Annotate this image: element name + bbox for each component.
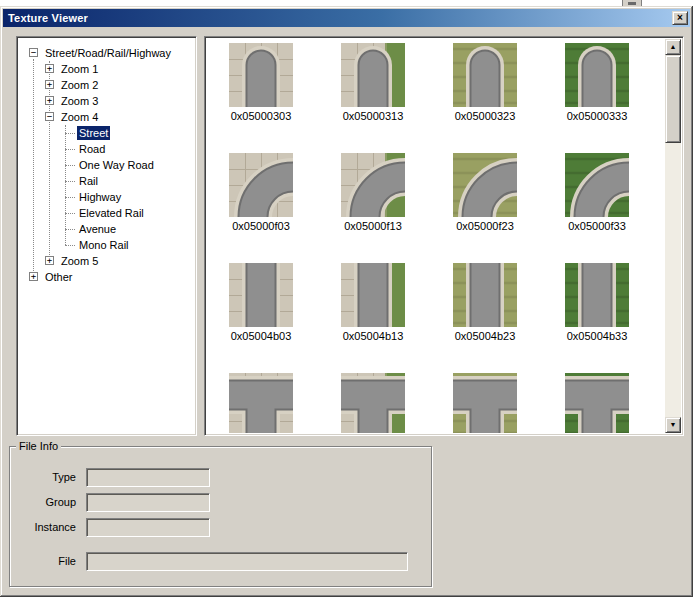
texture-image: [229, 373, 293, 433]
tree-item-label[interactable]: Highway: [77, 190, 123, 204]
texture-tile[interactable]: 0x05004b03: [216, 263, 306, 342]
tree-item-avenue[interactable]: Avenue: [19, 221, 194, 237]
tree-item-label[interactable]: Road: [77, 142, 107, 156]
tree-connector: [65, 197, 75, 198]
texture-tile[interactable]: [328, 373, 418, 433]
expand-icon[interactable]: +: [29, 272, 38, 281]
title-bar[interactable]: Texture Viewer ×: [3, 9, 690, 27]
tree-item-street[interactable]: Street: [19, 125, 194, 141]
texture-tile[interactable]: 0x05000323: [440, 43, 530, 122]
file-info-row: Type: [10, 468, 431, 488]
tree-item-zoom-4[interactable]: −Zoom 4: [19, 109, 194, 125]
texture-tile[interactable]: 0x05000f13: [328, 153, 418, 232]
tree-item-elevated-rail[interactable]: Elevated Rail: [19, 205, 194, 221]
tree-item-label[interactable]: Elevated Rail: [77, 206, 146, 220]
tree-item-highway[interactable]: Highway: [19, 189, 194, 205]
texture-tile[interactable]: 0x05000333: [552, 43, 642, 122]
file-info-row: File: [10, 552, 431, 572]
vertical-scrollbar[interactable]: ▲ ▼: [665, 39, 681, 433]
tree-item-label[interactable]: Zoom 1: [59, 62, 100, 76]
tree-item-rail[interactable]: Rail: [19, 173, 194, 189]
tree-content: −Street/Road/Rail/Highway+Zoom 1+Zoom 2+…: [19, 39, 194, 433]
texture-image: [453, 153, 517, 217]
tree-item-mono-rail[interactable]: Mono Rail: [19, 237, 194, 253]
texture-tile[interactable]: 0x05004b33: [552, 263, 642, 342]
texture-id-label: 0x05004b33: [552, 330, 642, 342]
texture-tile[interactable]: 0x05000f23: [440, 153, 530, 232]
texture-id-label: 0x05000f33: [552, 220, 642, 232]
texture-image: [341, 153, 405, 217]
texture-tile[interactable]: [552, 373, 642, 433]
tree-item-label[interactable]: Rail: [77, 174, 100, 188]
scroll-up-button[interactable]: ▲: [665, 39, 681, 55]
tree-item-label[interactable]: Zoom 5: [59, 254, 100, 268]
tree-connector: [65, 165, 75, 166]
group-field[interactable]: [86, 493, 210, 512]
texture-id-label: 0x05000313: [328, 110, 418, 122]
collapse-icon[interactable]: −: [29, 48, 38, 57]
window-title: Texture Viewer: [8, 12, 672, 24]
texture-image: [341, 373, 405, 433]
texture-id-label: 0x05000f13: [328, 220, 418, 232]
texture-image: [341, 263, 405, 327]
texture-id-label: 0x05000f03: [216, 220, 306, 232]
texture-tile[interactable]: 0x05004b23: [440, 263, 530, 342]
collapse-icon[interactable]: −: [45, 112, 54, 121]
close-button[interactable]: ×: [672, 11, 688, 25]
file-info-group: File Info TypeGroupInstanceFile: [9, 440, 432, 587]
expand-icon[interactable]: +: [45, 64, 54, 73]
texture-tile[interactable]: 0x05004b13: [328, 263, 418, 342]
texture-tile[interactable]: [440, 373, 530, 433]
expand-icon[interactable]: +: [45, 256, 54, 265]
tree-item-zoom-3[interactable]: +Zoom 3: [19, 93, 194, 109]
texture-image: [565, 153, 629, 217]
tree-item-label[interactable]: Zoom 2: [59, 78, 100, 92]
tree-item-other[interactable]: +Other: [19, 269, 194, 285]
tree-item-one-way-road[interactable]: One Way Road: [19, 157, 194, 173]
instance-label: Instance: [10, 521, 76, 533]
background-window-icon: [628, 2, 636, 5]
tree-item-label[interactable]: Mono Rail: [77, 238, 131, 252]
tree-item-label[interactable]: Zoom 3: [59, 94, 100, 108]
tree-item-street-road-rail-highway[interactable]: −Street/Road/Rail/Highway: [19, 45, 194, 61]
texture-id-label: 0x05004b13: [328, 330, 418, 342]
tree-item-label[interactable]: One Way Road: [77, 158, 156, 172]
texture-grid-panel: 0x050003030x050003130x050003230x05000333…: [204, 36, 684, 436]
texture-image: [341, 43, 405, 107]
texture-viewer-window: Texture Viewer × −Street/Road/Rail/Highw…: [0, 6, 693, 597]
expand-icon[interactable]: +: [45, 80, 54, 89]
tree-item-label[interactable]: Street/Road/Rail/Highway: [43, 46, 173, 60]
tree-item-zoom-1[interactable]: +Zoom 1: [19, 61, 194, 77]
tree-item-label[interactable]: Street: [77, 126, 110, 140]
file-info-row: Instance: [10, 518, 431, 538]
texture-image: [453, 373, 517, 433]
expand-icon[interactable]: +: [45, 96, 54, 105]
file-label: File: [10, 555, 76, 567]
texture-image: [565, 43, 629, 107]
texture-tile[interactable]: 0x05000f33: [552, 153, 642, 232]
texture-id-label: 0x05004b23: [440, 330, 530, 342]
tree-item-label[interactable]: Other: [43, 270, 75, 284]
texture-tile[interactable]: 0x05000303: [216, 43, 306, 122]
texture-image: [229, 263, 293, 327]
tree-connector: [65, 229, 75, 230]
texture-id-label: 0x05004b03: [216, 330, 306, 342]
scroll-down-button[interactable]: ▼: [665, 417, 681, 433]
group-label: Group: [10, 496, 76, 508]
file-field[interactable]: [86, 552, 408, 571]
tree-item-label[interactable]: Avenue: [77, 222, 118, 236]
tree-item-label[interactable]: Zoom 4: [59, 110, 100, 124]
type-label: Type: [10, 471, 76, 483]
texture-tile[interactable]: 0x05000313: [328, 43, 418, 122]
type-field[interactable]: [86, 468, 210, 487]
texture-tile[interactable]: 0x05000f03: [216, 153, 306, 232]
scrollbar-thumb[interactable]: [665, 55, 681, 143]
texture-tile[interactable]: [216, 373, 306, 433]
tree-item-road[interactable]: Road: [19, 141, 194, 157]
tree-item-zoom-5[interactable]: +Zoom 5: [19, 253, 194, 269]
scroll-up-icon: ▲: [670, 43, 677, 50]
texture-id-label: 0x05000303: [216, 110, 306, 122]
tree-connector: [65, 133, 75, 134]
instance-field[interactable]: [86, 518, 210, 537]
tree-item-zoom-2[interactable]: +Zoom 2: [19, 77, 194, 93]
